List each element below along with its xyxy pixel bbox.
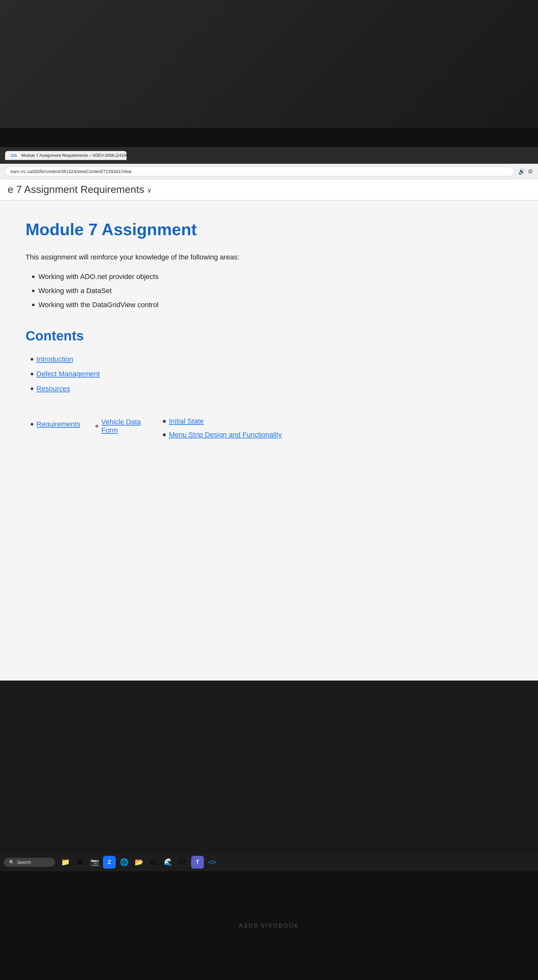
- square-bullet-icon: [163, 434, 166, 436]
- list-item: Requirements Vehicle Data Form Initial S…: [31, 399, 377, 449]
- contents-heading: Contents: [25, 328, 377, 344]
- desktop-icon[interactable]: 🖥: [73, 856, 86, 869]
- content-card: Module 7 Assignment This assignment will…: [25, 220, 377, 449]
- circle-bullet-icon: [95, 425, 98, 428]
- files-icon[interactable]: 📂: [132, 856, 145, 869]
- page-title-bar: e 7 Assignment Requirements ∨: [0, 179, 538, 200]
- browser-tab-bar: D2L Module 7 Assignment Requirements – A…: [0, 147, 538, 164]
- list-item: Introduction: [31, 355, 377, 363]
- shield-icon[interactable]: 🛡: [176, 856, 189, 869]
- active-tab[interactable]: D2L Module 7 Assignment Requirements – A…: [5, 151, 127, 160]
- camera-icon[interactable]: 📷: [88, 856, 101, 869]
- tab-label: Module 7 Assignment Requirements – ADEV-…: [21, 153, 127, 158]
- topic-list: Working with ADO.net provider objects Wo…: [25, 273, 377, 309]
- contents-list: Introduction Defect Management Resources…: [25, 355, 377, 449]
- vpn-icon[interactable]: 🌐: [117, 856, 130, 869]
- topic-item-1: Working with ADO.net provider objects: [38, 273, 159, 281]
- sub-sub-list: Initial State Menu Strip Design and Func…: [148, 413, 377, 444]
- topic-item-3: Working with the DataGridView control: [38, 301, 159, 309]
- vehicle-data-form-link[interactable]: Vehicle Data Form: [102, 418, 148, 434]
- d2l-tab-icon: D2L: [10, 153, 19, 158]
- bullet-dot-icon: [31, 373, 33, 375]
- zoom-icon[interactable]: Z: [103, 856, 116, 869]
- address-bar[interactable]: earn.rrc.ca/d2l/le/content/381424/viewCo…: [5, 167, 514, 176]
- store-icon[interactable]: 🗂: [147, 856, 160, 869]
- sub-list: Vehicle Data Form Initial State Menu Str…: [80, 404, 377, 449]
- introduction-link[interactable]: Introduction: [37, 355, 73, 363]
- page-title-chevron-icon[interactable]: ∨: [147, 186, 152, 194]
- laptop-brand-label: ASUS VivoBook: [239, 923, 299, 929]
- settings-icon[interactable]: ⚙: [528, 168, 533, 175]
- bullet-dot-icon: [31, 423, 33, 426]
- teams-icon[interactable]: T: [191, 856, 204, 869]
- page-title: e 7 Assignment Requirements: [8, 184, 144, 196]
- search-icon: 🔍: [9, 860, 14, 865]
- taskbar-icon-group: 📁 🖥 📷 Z 🌐 📂 🗂 🌊 🛡 T </>: [59, 856, 219, 869]
- list-item: Working with the DataGridView control: [32, 301, 377, 309]
- list-item: Working with a DataSet: [32, 287, 377, 295]
- browser-action-icons: 🔊 ⚙: [518, 168, 533, 175]
- edge-icon[interactable]: 🌊: [162, 856, 175, 869]
- bullet-dot-icon: [32, 304, 35, 306]
- list-item: Resources: [31, 385, 377, 393]
- bullet-dot-icon: [31, 387, 33, 390]
- list-item: Defect Management: [31, 370, 377, 378]
- menu-strip-link[interactable]: Menu Strip Design and Functionality: [169, 431, 282, 439]
- address-text: earn.rrc.ca/d2l/le/content/381424/viewCo…: [11, 169, 132, 174]
- browser-content: Module 7 Assignment This assignment will…: [0, 200, 538, 681]
- list-item: Initial State: [163, 417, 377, 426]
- list-item: Vehicle Data Form Initial State Menu Str…: [95, 408, 377, 444]
- list-item: Working with ADO.net provider objects: [32, 273, 377, 281]
- taskbar: 🔍 Search 📁 🖥 📷 Z 🌐 📂 🗂 🌊 🛡 T </>: [0, 853, 538, 871]
- tab-list: D2L Module 7 Assignment Requirements – A…: [5, 151, 533, 160]
- main-content: Module 7 Assignment This assignment will…: [0, 200, 538, 585]
- list-item: Menu Strip Design and Functionality: [163, 431, 377, 439]
- top-dark-area: [0, 0, 538, 147]
- vscode-icon[interactable]: </>: [206, 856, 219, 869]
- reader-icon[interactable]: 🔊: [518, 168, 525, 175]
- bullet-dot-icon: [32, 290, 35, 292]
- taskbar-search[interactable]: 🔍 Search: [4, 858, 55, 867]
- address-bar-row: earn.rrc.ca/d2l/le/content/381424/viewCo…: [0, 164, 538, 179]
- resources-link[interactable]: Resources: [37, 385, 70, 393]
- module-heading: Module 7 Assignment: [25, 220, 377, 239]
- search-label: Search: [17, 860, 31, 865]
- intro-text: This assignment will reinforce your know…: [25, 252, 377, 262]
- bullet-dot-icon: [32, 275, 35, 278]
- topic-item-2: Working with a DataSet: [38, 287, 111, 295]
- square-bullet-icon: [163, 420, 166, 423]
- bottom-dark-area: ASUS VivoBook: [0, 871, 538, 980]
- requirements-link[interactable]: Requirements: [37, 420, 80, 428]
- defect-management-link[interactable]: Defect Management: [37, 370, 100, 378]
- bullet-dot-icon: [31, 358, 33, 361]
- file-manager-icon[interactable]: 📁: [59, 856, 71, 869]
- initial-state-link[interactable]: Initial State: [169, 417, 204, 426]
